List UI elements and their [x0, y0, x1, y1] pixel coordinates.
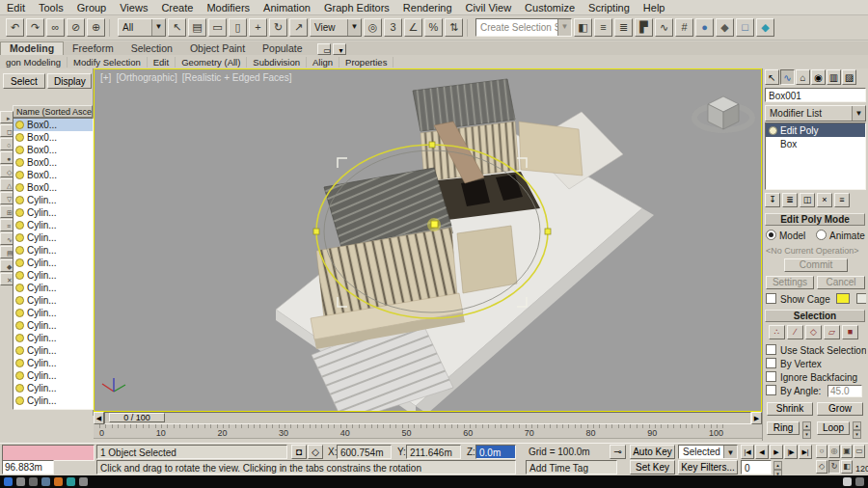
zoom-icon[interactable]: ○	[816, 445, 827, 458]
visibility-bulb-icon[interactable]	[15, 346, 24, 355]
auto-key-button[interactable]: Auto Key	[630, 445, 675, 459]
by-angle-field[interactable]: 45.0	[827, 385, 862, 397]
grow-button[interactable]: Grow	[817, 402, 863, 416]
key-mode-icon[interactable]: ⊸	[610, 445, 626, 459]
menu-item[interactable]: Tools	[32, 2, 70, 14]
motion-tab-icon[interactable]: ◉	[811, 69, 826, 85]
selection-set-key-dropdown[interactable]: Selected ▼	[678, 445, 738, 459]
next-frame-icon[interactable]: |▶	[784, 445, 798, 459]
display-hidden-icon[interactable]: ✕	[0, 273, 14, 285]
go-to-start-icon[interactable]: |◀	[741, 445, 754, 459]
zoom-all-icon[interactable]: ◎	[828, 445, 840, 458]
list-item[interactable]: Box0...	[14, 156, 93, 169]
menu-item[interactable]: Views	[113, 2, 154, 14]
visibility-bulb-icon[interactable]	[15, 371, 24, 380]
select-and-scale-icon[interactable]: ↗	[289, 18, 308, 37]
edge-subobject-icon[interactable]: ∕	[787, 325, 803, 339]
display-shapes-icon[interactable]: ○	[0, 138, 14, 150]
shrink-button[interactable]: Shrink	[767, 402, 813, 416]
display-materials-icon[interactable]: ◆	[0, 259, 14, 272]
viewport-pov-label[interactable]: [Orthographic]	[116, 72, 176, 83]
graphite-toggle-icon[interactable]: ▛	[635, 18, 653, 37]
list-item[interactable]: Box0...	[14, 181, 93, 194]
select-by-name-icon[interactable]: ▤	[188, 18, 206, 37]
align-icon[interactable]: ≡	[594, 18, 612, 37]
ring-spinner[interactable]: ▴▾	[802, 421, 811, 439]
taskbar-app-6[interactable]	[79, 477, 88, 486]
vertex-subobject-icon[interactable]: ∴	[769, 325, 785, 339]
ribbon-tab-object-paint[interactable]: Object Paint	[181, 42, 254, 55]
list-item[interactable]: Box0...	[14, 119, 93, 131]
snap-toggle-icon[interactable]: 3	[384, 18, 402, 37]
rollout-selection[interactable]: Selection	[765, 310, 865, 322]
undo-icon[interactable]: ↶	[6, 18, 24, 37]
list-item[interactable]: Cylin...	[14, 282, 93, 294]
visibility-bulb-icon[interactable]	[15, 208, 24, 217]
list-item[interactable]: Cylin...	[14, 344, 93, 357]
taskbar-app-4[interactable]	[54, 477, 63, 486]
configure-modifier-sets-icon[interactable]: ≡	[834, 193, 850, 207]
list-item[interactable]: Cylin...	[14, 219, 93, 231]
ribbon-panel-title[interactable]: Edit	[148, 57, 176, 68]
menu-item[interactable]: Graph Editors	[317, 2, 396, 14]
model-radio[interactable]	[766, 230, 776, 240]
rollout-edit-poly-mode[interactable]: Edit Poly Mode	[765, 213, 865, 226]
tray-icon-1[interactable]	[843, 477, 852, 486]
set-key-button[interactable]: Set Key	[630, 460, 675, 474]
loop-spinner[interactable]: ▴▾	[853, 421, 861, 439]
display-lights-icon[interactable]: ●	[0, 151, 14, 164]
list-item[interactable]: Cylin...	[14, 206, 93, 219]
taskbar-app-5[interactable]	[67, 477, 75, 486]
modifier-bulb-icon[interactable]	[769, 126, 777, 135]
taskbar-app-2[interactable]	[29, 477, 38, 486]
make-unique-icon[interactable]: ◫	[800, 193, 815, 207]
ignore-backfacing-checkbox[interactable]	[766, 371, 776, 382]
visibility-bulb-icon[interactable]	[15, 321, 24, 330]
list-item[interactable]: Cylin...	[14, 294, 93, 307]
menu-item[interactable]: Scripting	[582, 2, 637, 14]
render-setup-icon[interactable]: ◆	[716, 18, 734, 37]
display-xrefs-icon[interactable]: ≡	[0, 219, 14, 231]
y-coordinate-field[interactable]: 211.646m	[406, 445, 461, 459]
go-to-end-icon[interactable]: ▶|	[799, 445, 812, 459]
ribbon-options-icon[interactable]: ▾	[333, 43, 346, 55]
border-subobject-icon[interactable]: ◇	[805, 325, 822, 339]
menu-item[interactable]: Modifiers	[200, 2, 257, 14]
zoom-extents-icon[interactable]: ▣	[841, 445, 853, 458]
rectangular-region-icon[interactable]: ▭	[208, 18, 227, 37]
list-item[interactable]: Cylin...	[14, 257, 93, 269]
list-item[interactable]: Box0...	[14, 131, 93, 144]
cage-selected-color-swatch[interactable]	[856, 293, 866, 304]
by-angle-checkbox[interactable]	[766, 385, 776, 395]
prev-frame-icon[interactable]: ◀	[755, 445, 769, 459]
remove-modifier-icon[interactable]: ×	[817, 193, 832, 207]
visibility-bulb-icon[interactable]	[15, 183, 24, 192]
macro-recorder-field[interactable]	[2, 445, 95, 461]
select-and-rotate-icon[interactable]: ↻	[269, 18, 287, 37]
viewport-canvas[interactable]	[95, 69, 761, 411]
curve-editor-icon[interactable]: ∿	[655, 18, 673, 37]
menu-item[interactable]: Rendering	[396, 2, 459, 14]
menu-item[interactable]: Create	[154, 2, 200, 14]
ribbon-tab-freeform[interactable]: Freeform	[64, 42, 122, 55]
rendered-frame-icon[interactable]: □	[736, 18, 754, 37]
display-spacewarps-icon[interactable]: ▽	[0, 192, 14, 204]
display-tab-icon[interactable]: ▥	[827, 69, 841, 85]
by-vertex-checkbox[interactable]	[766, 358, 776, 368]
selection-lock-icon[interactable]: ◘	[291, 445, 307, 459]
hierarchy-tab-icon[interactable]: ⌂	[796, 69, 810, 85]
menu-item[interactable]: Customize	[518, 2, 582, 14]
time-back-arrow[interactable]: ◀	[94, 412, 104, 424]
pin-stack-icon[interactable]: ↧	[765, 193, 780, 207]
spinner-snap-icon[interactable]: ⇅	[445, 18, 463, 37]
visibility-bulb-icon[interactable]	[15, 296, 24, 305]
display-geometry-icon[interactable]: ◻	[0, 124, 14, 137]
visibility-bulb-icon[interactable]	[15, 233, 24, 242]
named-selection-set-combo[interactable]: Create Selection Se ▼	[475, 18, 572, 37]
material-editor-icon[interactable]: ●	[695, 18, 714, 37]
ribbon-panel-title[interactable]: Subdivision	[247, 57, 307, 68]
visibility-bulb-icon[interactable]	[15, 396, 24, 405]
loop-button[interactable]: Loop	[817, 421, 850, 435]
quick-render-icon[interactable]: ◆	[756, 18, 774, 37]
polygon-subobject-icon[interactable]: ▱	[824, 325, 840, 339]
